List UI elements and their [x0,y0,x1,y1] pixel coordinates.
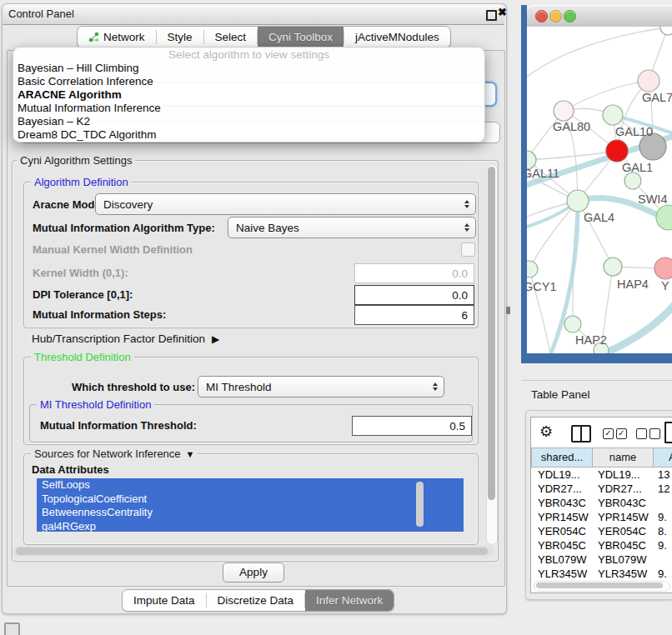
table-row[interactable]: YBR045CYBR045C9. [531,538,672,552]
table-row[interactable]: YPR145WYPR145W9. [531,510,672,524]
float-window-icon[interactable] [486,10,497,21]
table-cell: 9. [651,510,672,524]
table-row[interactable]: YDL19...YDL19...13 [531,468,672,482]
column-header-a[interactable]: A [654,448,672,468]
settings-vertical-scrollbar[interactable] [486,164,498,545]
close-icon[interactable]: ✖ [498,7,507,18]
attribute-item-gal4rgexp[interactable]: gal4RGexp [37,520,464,532]
unchecked-checkbox-icon[interactable] [649,428,660,439]
table-row[interactable]: YLR345WYLR345W9. [531,567,672,581]
table-horizontal-scrollbar[interactable] [534,581,670,592]
tab-style[interactable]: Style [157,27,203,48]
network-view-window: GAL7GAL80GAL10GAL1GAL11GAL4SWI4GCY1HAP4Y… [521,5,672,363]
network-node-swi4[interactable] [656,205,672,230]
page-icon[interactable] [664,422,672,443]
manual-kernel-width-checkbox[interactable] [461,242,475,257]
dpi-tolerance-label: DPI Tolerance [0,1]: [33,288,133,301]
algorithm-option-aracne-algorithm[interactable]: ARACNE Algorithm [13,88,484,102]
kernel-width-field[interactable]: 0.0 [354,263,474,283]
algorithm-option-dream8-dc-tdc-algorithm[interactable]: Dream8 DC_TDC Algorithm [13,128,484,142]
zoom-traffic-light[interactable] [564,10,576,22]
tab-label: Discretize Data [218,594,294,607]
data-attributes-label: Data Attributes [32,463,109,476]
tab-label: Infer Network [316,594,383,607]
algorithm-option-basic-correlation-inference[interactable]: Basic Correlation Inference [13,75,484,88]
network-node-hap4[interactable] [604,258,622,276]
algorithm-option-mutual-information-inference[interactable]: Mutual Information Inference [13,102,484,115]
network-graph[interactable]: GAL7GAL80GAL10GAL1GAL11GAL4SWI4GCY1HAP4Y… [527,27,672,353]
attribute-item-betweennesscentrality[interactable]: BetweennessCentrality [37,506,464,520]
table-row[interactable]: YER054CYER054C8. [531,524,672,538]
network-node-gcy1[interactable] [527,261,538,278]
network-node-gal4[interactable] [567,190,589,212]
gear-icon[interactable]: ⚙ [539,422,553,441]
tab-discretize-data[interactable]: Discretize Data [207,590,305,611]
table-cell: YDL19... [531,468,591,482]
mi-threshold-value: 0.5 [449,420,465,432]
table-cell [651,496,672,510]
algorithm-option-bayesian-hill-climbing[interactable]: Bayesian – Hill Climbing [13,62,484,75]
network-canvas[interactable]: GAL7GAL80GAL10GAL1GAL11GAL4SWI4GCY1HAP4Y… [527,27,672,353]
table-row[interactable]: YBR043CYBR043C [531,496,672,510]
dpi-tolerance-field[interactable]: 0.0 [354,285,474,305]
column-header-shared[interactable]: shared... [531,448,593,468]
scrollbar-thumb[interactable] [488,167,495,500]
network-node[interactable] [660,27,672,35]
tab-jactivemnodules[interactable]: jActiveMNodules [344,27,450,48]
split-columns-icon[interactable] [571,425,591,442]
tab-network[interactable]: Network [78,27,156,48]
network-node-gal7[interactable] [638,70,659,92]
tab-impute-data[interactable]: Impute Data [123,590,206,611]
sources-title[interactable]: Sources for Network Inference▼ [31,448,198,460]
minimized-panel-icon[interactable] [4,622,20,635]
table-cell: YBR045C [591,538,651,552]
unchecked-checkbox-icon[interactable] [636,428,647,439]
attribute-item-selfloops[interactable]: SelfLoops [37,478,464,492]
close-traffic-light[interactable] [535,10,548,22]
splitter-grip[interactable] [506,307,510,314]
mi-algorithm-type-label: Mutual Information Algorithm Type: [33,222,215,234]
checked-checkbox-icon[interactable]: ✓ [603,428,614,439]
which-threshold-select[interactable]: MI Threshold [198,376,444,398]
scrollbar-thumb[interactable] [536,582,663,588]
apply-button[interactable]: Apply [223,562,284,582]
network-node-y[interactable] [654,258,672,279]
node-label-gcy1: GCY1 [527,280,557,293]
network-window-titlebar[interactable] [527,5,672,28]
network-node-gal10[interactable] [603,105,623,125]
which-threshold-value: MI Threshold [198,381,429,393]
network-node-gal1[interactable] [606,140,628,162]
mi-steps-field[interactable]: 6 [354,305,474,325]
column-header-name[interactable]: name [593,448,654,468]
mi-threshold-field[interactable]: 0.5 [352,416,472,436]
attribute-item-topologicalcoefficient[interactable]: TopologicalCoefficient [37,492,464,507]
node-label-hap2: HAP2 [575,333,607,347]
table-cell: YPR145W [591,510,651,524]
network-node-hap2[interactable] [564,316,581,332]
hub-definition-expander[interactable]: Hub/Transcription Factor Definition▶ [32,332,219,345]
tab-infer-network[interactable]: Infer Network [305,590,394,611]
tab-label: Network [103,31,145,43]
hub-definition-label: Hub/Transcription Factor Definition [32,332,205,345]
settings-horizontal-scrollbar[interactable] [13,546,494,557]
checked-checkbox-icon[interactable]: ✓ [616,428,627,439]
network-node[interactable] [624,172,641,189]
tab-select[interactable]: Select [204,27,258,48]
table-body: YDL19...YDL19...13YDR27...YDR27...12YBR0… [531,468,672,588]
tab-label: Select [215,31,247,43]
table-row[interactable]: YBL079WYBL079W [531,552,672,567]
node-label-gal1: GAL1 [622,161,653,174]
scrollbar-thumb[interactable] [16,548,488,555]
aracne-mode-label: Aracne Mode: [33,198,104,211]
mi-algorithm-type-select[interactable]: Naive Bayes [228,217,476,238]
aracne-mode-select[interactable]: Discovery [95,193,476,215]
table-row[interactable]: YDR27...YDR27...12 [531,482,672,496]
node-label-hap4: HAP4 [617,278,649,291]
algorithm-option-bayesian-k2[interactable]: Bayesian – K2 [13,115,484,128]
network-node-gal80[interactable] [554,101,574,121]
minimize-traffic-light[interactable] [549,10,562,22]
tab-cyni-toolbox[interactable]: Cyni Toolbox [258,27,344,48]
panel-divider [521,380,672,381]
list-scrollbar-thumb[interactable] [416,482,424,527]
data-attributes-list[interactable]: SelfLoopsTopologicalCoefficientBetweenne… [37,478,464,532]
